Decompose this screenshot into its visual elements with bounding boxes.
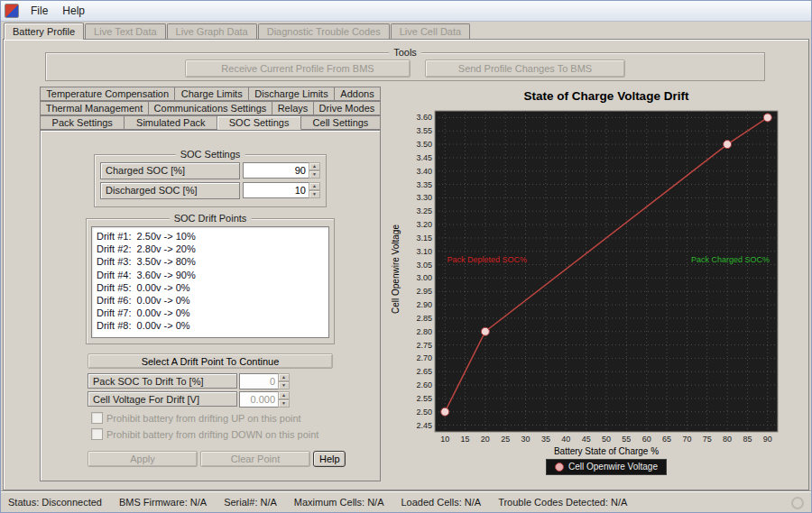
spinner-up-icon[interactable]: ▲ [278, 373, 290, 381]
prohibit-down-label: Prohibit battery from drifting DOWN on t… [106, 429, 318, 440]
svg-text:10: 10 [440, 435, 449, 444]
list-item[interactable]: Drift #5: 0.00v -> 0% [97, 281, 324, 294]
cell-voltage-drift-input[interactable] [239, 391, 278, 408]
svg-text:2.65: 2.65 [416, 367, 432, 376]
clear-point-button[interactable]: Clear Point [200, 451, 310, 467]
send-profile-button[interactable]: Send Profile Changes To BMS [425, 60, 625, 78]
tab-soc-settings[interactable]: SOC Settings [217, 115, 301, 130]
receive-profile-button[interactable]: Receive Current Profile From BMS [185, 60, 411, 78]
list-item[interactable]: Drift #7: 0.00v -> 0% [97, 307, 324, 319]
list-item[interactable]: Drift #4: 3.60v -> 90% [97, 269, 324, 281]
svg-text:2.60: 2.60 [416, 380, 432, 389]
apply-button[interactable]: Apply [88, 451, 198, 467]
chart-title: State of Charge Voltage Drift [435, 89, 778, 103]
tab-battery-profile[interactable]: Battery Profile [4, 23, 84, 40]
prohibit-up-row: Prohibit battery from drifting UP on thi… [91, 412, 380, 424]
list-item[interactable]: Drift #2: 2.80v -> 20% [97, 243, 324, 255]
menu-file[interactable]: File [24, 3, 54, 19]
status-bar: Status: Disconnected BMS Firmware: N/A S… [1, 490, 811, 512]
svg-text:3.25: 3.25 [416, 206, 432, 215]
settings-tab-row-3: Pack Settings Simulated Pack SOC Setting… [40, 115, 381, 130]
chart-y-axis-label: Cell Openwire Voltage [391, 179, 401, 360]
app-window: File Help Battery Profile Live Text Data… [0, 0, 812, 513]
settings-tab-row-2: Thermal Management Communications Settin… [40, 101, 381, 115]
status-trouble-codes: Trouble Codes Detected: N/A [498, 497, 627, 508]
tab-drive-modes[interactable]: Drive Modes [314, 101, 381, 115]
svg-text:2.45: 2.45 [416, 421, 432, 430]
svg-text:3.50: 3.50 [416, 140, 432, 149]
tab-cell-settings[interactable]: Cell Settings [301, 115, 381, 130]
svg-text:45: 45 [582, 435, 591, 444]
drift-points-list[interactable]: Drift #1: 2.50v -> 10% Drift #2: 2.80v -… [91, 226, 329, 338]
charged-soc-spinner: ▲ ▼ [243, 162, 320, 179]
legend-label: Cell Openwire Voltage [568, 462, 658, 472]
svg-text:55: 55 [622, 435, 631, 444]
status-bms-firmware: BMS Firmware: N/A [119, 497, 207, 508]
svg-text:2.95: 2.95 [416, 287, 432, 296]
tab-temperature-compensation[interactable]: Temperature Compensation [40, 87, 175, 101]
chart-x-axis-label: Battery State of Charge % [435, 446, 778, 456]
list-item[interactable]: Drift #1: 2.50v -> 10% [97, 230, 324, 243]
svg-text:2.70: 2.70 [416, 353, 432, 362]
pack-soc-drift-label: Pack SOC To Drift To [%] [88, 373, 237, 389]
discharged-soc-input[interactable] [243, 182, 309, 198]
menu-help[interactable]: Help [56, 3, 91, 19]
status-maximum-cells: Maximum Cells: N/A [294, 497, 384, 508]
svg-text:2.90: 2.90 [416, 300, 432, 309]
svg-text:3.40: 3.40 [416, 167, 432, 176]
svg-text:60: 60 [642, 435, 651, 444]
svg-text:90: 90 [763, 435, 772, 444]
settings-tab-row-1: Temperature Compensation Charge Limits D… [40, 87, 381, 101]
pack-soc-drift-input[interactable] [239, 373, 278, 389]
chart-panel: State of Charge Voltage Drift Cell Openw… [390, 87, 798, 484]
charged-soc-input[interactable] [243, 162, 309, 179]
cell-voltage-drift-spinner: ▲ ▼ [239, 391, 290, 408]
app-icon [5, 4, 19, 18]
soc-settings-group: SOC Settings Charged SOC [%] ▲ ▼ Dischar [94, 154, 327, 207]
list-item[interactable]: Drift #6: 0.00v -> 0% [97, 294, 324, 307]
spinner-down-icon[interactable]: ▼ [278, 399, 290, 408]
list-item[interactable]: Drift #8: 0.00v -> 0% [97, 319, 324, 332]
cell-voltage-drift-label: Cell Voltage For Drift [V] [88, 391, 237, 407]
prohibit-down-checkbox[interactable] [91, 428, 103, 440]
tools-group-title: Tools [389, 47, 421, 58]
tab-diagnostic-trouble-codes[interactable]: Diagnostic Trouble Codes [258, 23, 390, 39]
tab-live-text-data[interactable]: Live Text Data [85, 23, 166, 39]
tab-live-cell-data[interactable]: Live Cell Data [391, 23, 470, 39]
soc-voltage-chart: 10152025303540455055606570758085902.452.… [402, 107, 787, 446]
svg-text:3.05: 3.05 [416, 261, 432, 270]
main-tab-strip: Battery Profile Live Text Data Live Grap… [1, 22, 811, 39]
tab-communications-settings[interactable]: Communications Settings [149, 101, 272, 115]
tab-addons[interactable]: Addons [335, 87, 381, 101]
help-button[interactable]: Help [313, 451, 346, 467]
spinner-down-icon[interactable]: ▼ [278, 381, 290, 389]
select-drift-point-button[interactable]: Select A Drift Point To Continue [88, 353, 333, 369]
svg-text:2.55: 2.55 [416, 394, 432, 403]
tab-live-graph-data[interactable]: Live Graph Data [167, 23, 257, 39]
svg-text:3.00: 3.00 [416, 273, 432, 282]
svg-text:50: 50 [602, 435, 611, 444]
prohibit-up-checkbox[interactable] [91, 412, 103, 424]
spinner-down-icon[interactable]: ▼ [309, 190, 320, 198]
tab-charge-limits[interactable]: Charge Limits [175, 87, 249, 101]
prohibit-up-label: Prohibit battery from drifting UP on thi… [106, 413, 301, 424]
tab-discharge-limits[interactable]: Discharge Limits [249, 87, 335, 101]
svg-text:Pack Charged SOC%: Pack Charged SOC% [691, 255, 770, 264]
svg-text:75: 75 [703, 435, 712, 444]
spinner-up-icon[interactable]: ▲ [278, 391, 290, 399]
charged-soc-label: Charged SOC [%] [100, 162, 240, 179]
tab-pack-settings[interactable]: Pack Settings [40, 115, 125, 130]
tab-thermal-management[interactable]: Thermal Management [40, 101, 149, 115]
tab-simulated-pack[interactable]: Simulated Pack [125, 115, 217, 130]
spinner-down-icon[interactable]: ▼ [309, 170, 320, 179]
list-item[interactable]: Drift #3: 3.50v -> 80% [97, 255, 324, 268]
svg-text:3.15: 3.15 [416, 234, 432, 243]
tab-relays[interactable]: Relays [272, 101, 314, 115]
svg-text:3.30: 3.30 [416, 193, 432, 202]
soc-drift-points-group: SOC Drift Points Drift #1: 2.50v -> 10% … [86, 218, 335, 344]
soc-settings-group-title: SOC Settings [176, 149, 245, 160]
svg-text:3.55: 3.55 [416, 126, 432, 135]
svg-text:3.10: 3.10 [416, 247, 432, 256]
spinner-up-icon[interactable]: ▲ [309, 162, 320, 170]
spinner-up-icon[interactable]: ▲ [309, 182, 320, 190]
